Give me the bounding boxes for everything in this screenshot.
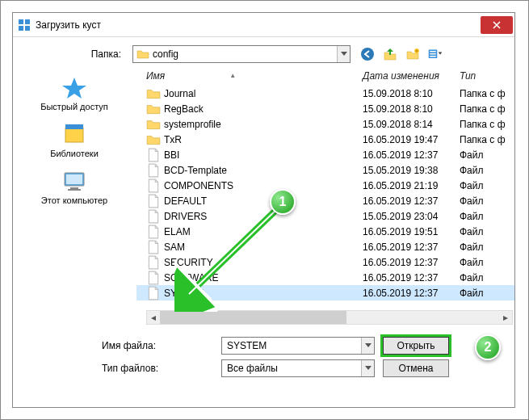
folder-value: config <box>153 48 178 60</box>
open-button[interactable]: Открыть <box>383 337 449 355</box>
filetype-field[interactable]: Все файлы <box>221 359 375 377</box>
annotation-badge-1: 1 <box>270 189 296 215</box>
file-type: Файл <box>460 211 508 222</box>
file-date: 16.05.2019 21:19 <box>363 180 460 191</box>
file-row[interactable]: SECURITY16.05.2019 12:37Файл <box>136 254 514 270</box>
file-row[interactable]: SYSTEM16.05.2019 12:37Файл <box>136 285 514 300</box>
file-icon <box>146 179 161 192</box>
places-sidebar: Быстрый доступ Библиотеки Этот компьютер <box>13 68 136 325</box>
computer-icon <box>61 170 88 194</box>
chevron-down-icon <box>361 360 374 376</box>
file-type: Файл <box>460 195 508 207</box>
cancel-button[interactable]: Отмена <box>383 359 449 377</box>
app-icon <box>18 19 31 32</box>
file-type: Папка с ф <box>460 88 508 99</box>
chevron-down-icon <box>361 338 374 354</box>
file-icon <box>146 225 161 238</box>
file-type: Файл <box>460 257 508 268</box>
col-name: Имя <box>146 70 165 82</box>
filetype-value: Все файлы <box>227 363 278 374</box>
file-name: SOFTWARE <box>164 272 363 284</box>
annotation-badge-2: 2 <box>475 334 501 360</box>
scroll-right-icon[interactable]: ▸ <box>499 311 512 324</box>
folder-icon <box>146 133 161 146</box>
svg-rect-3 <box>25 26 30 31</box>
sidebar-label: Библиотеки <box>50 149 99 158</box>
file-date: 15.05.2019 23:04 <box>363 211 460 222</box>
file-row[interactable]: SOFTWARE16.05.2019 12:37Файл <box>136 270 514 285</box>
filename-field[interactable]: SYSTEM <box>221 337 375 355</box>
sidebar-item-quickaccess[interactable]: Быстрый доступ <box>40 71 108 116</box>
file-icon <box>146 164 161 177</box>
file-type: Файл <box>460 242 508 253</box>
horizontal-scrollbar[interactable]: ◂ ▸ <box>146 310 513 325</box>
file-row[interactable]: SAM16.05.2019 12:37Файл <box>136 239 514 254</box>
col-date: Дата изменения <box>363 70 460 82</box>
file-row[interactable]: TxR16.05.2019 19:47Папка с ф <box>136 132 514 147</box>
svg-rect-10 <box>65 128 83 142</box>
file-row[interactable]: DRIVERS15.05.2019 23:04Файл <box>136 208 514 224</box>
close-button[interactable] <box>481 16 513 34</box>
file-name: COMPONENTS <box>164 180 363 191</box>
file-date: 15.09.2018 8:14 <box>363 119 460 130</box>
new-folder-icon[interactable] <box>405 47 420 61</box>
svg-rect-0 <box>19 19 23 24</box>
sidebar-label: Этот компьютер <box>41 195 107 205</box>
file-date: 16.05.2019 12:37 <box>363 257 460 268</box>
file-type: Файл <box>460 149 508 161</box>
svg-rect-13 <box>66 174 82 184</box>
file-date: 16.05.2019 12:37 <box>363 195 460 207</box>
scroll-thumb[interactable] <box>160 311 346 324</box>
file-date: 16.05.2019 19:51 <box>363 226 460 237</box>
back-icon[interactable] <box>360 47 375 61</box>
svg-rect-2 <box>19 26 23 31</box>
file-type: Папка с ф <box>460 134 508 145</box>
sort-indicator-icon: ▲ <box>229 73 236 79</box>
file-type: Файл <box>460 272 508 284</box>
file-type: Папка с ф <box>460 103 508 115</box>
column-headers[interactable]: Имя▲ Дата изменения Тип <box>136 68 514 86</box>
file-date: 15.09.2018 8:10 <box>363 103 460 115</box>
file-date: 16.05.2019 12:37 <box>363 149 460 161</box>
file-row[interactable]: ELAM16.05.2019 19:51Файл <box>136 224 514 239</box>
file-row[interactable]: DEFAULT16.05.2019 12:37Файл <box>136 193 514 208</box>
file-row[interactable]: RegBack15.09.2018 8:10Папка с ф <box>136 101 514 116</box>
sidebar-item-computer[interactable]: Этот компьютер <box>41 165 107 210</box>
file-icon <box>146 271 161 284</box>
file-name: SAM <box>164 242 363 253</box>
file-name: ELAM <box>164 226 363 237</box>
chevron-down-icon <box>337 46 350 62</box>
file-type: Файл <box>460 180 508 191</box>
file-row[interactable]: systemprofile15.09.2018 8:14Папка с ф <box>136 116 514 132</box>
file-name: SYSTEM <box>164 288 363 299</box>
file-icon <box>146 287 161 300</box>
svg-rect-9 <box>430 56 436 57</box>
folder-icon <box>146 87 161 100</box>
sidebar-item-libraries[interactable]: Библиотеки <box>50 118 99 163</box>
file-row[interactable]: COMPONENTS16.05.2019 21:19Файл <box>136 178 514 193</box>
file-type: Папка с ф <box>460 119 508 130</box>
svg-rect-11 <box>65 124 83 129</box>
file-row[interactable]: BBI16.05.2019 12:37Файл <box>136 147 514 162</box>
file-row[interactable]: Journal15.09.2018 8:10Папка с ф <box>136 86 514 101</box>
view-menu-icon[interactable] <box>428 47 443 61</box>
filetype-label: Тип файлов: <box>21 363 213 374</box>
file-date: 16.05.2019 19:47 <box>363 134 460 145</box>
file-date: 16.05.2019 12:37 <box>363 288 460 299</box>
folder-icon <box>136 48 149 61</box>
file-name: RegBack <box>164 103 363 115</box>
file-date: 16.05.2019 12:37 <box>363 242 460 253</box>
scroll-left-icon[interactable]: ◂ <box>147 311 160 324</box>
svg-rect-8 <box>430 53 436 55</box>
file-type: Файл <box>460 165 508 176</box>
filename-label: Имя файла: <box>21 340 213 351</box>
title-bar: Загрузить куст <box>13 13 514 37</box>
file-row[interactable]: BCD-Template15.05.2019 19:38Файл <box>136 162 514 178</box>
svg-rect-15 <box>68 189 81 191</box>
up-folder-icon[interactable] <box>383 47 397 61</box>
folder-icon <box>146 118 161 131</box>
folder-dropdown[interactable]: config <box>132 45 351 63</box>
file-icon <box>146 241 161 254</box>
file-type: Файл <box>460 288 508 299</box>
file-date: 15.09.2018 8:10 <box>363 88 460 99</box>
